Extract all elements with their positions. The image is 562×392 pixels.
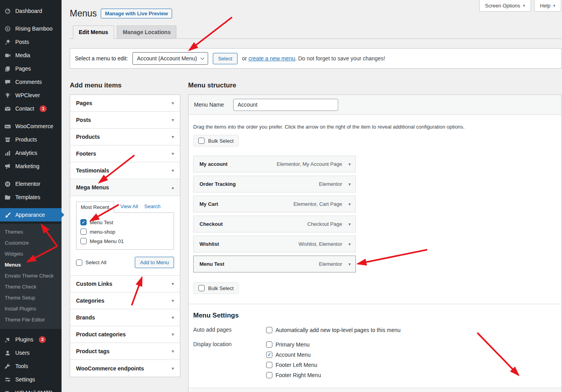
sidebar-item-contact[interactable]: Contact 1	[0, 102, 62, 115]
tab-most-recent[interactable]: Most Recent	[76, 201, 114, 213]
help-button[interactable]: Help ▾	[534, 0, 561, 12]
expand-item-arrow[interactable]: ▾	[348, 181, 351, 187]
checkbox-menu-shop[interactable]	[80, 229, 87, 235]
accordion-section-testimonials[interactable]: Testimonials ▾	[70, 162, 180, 179]
location-footer-right-menu[interactable]: Footer Right Menu	[266, 371, 321, 379]
bulk-select-checkbox-bottom[interactable]	[198, 285, 205, 291]
expand-item-arrow[interactable]: ▾	[348, 201, 351, 207]
auto-add-pages-checkbox[interactable]	[266, 327, 272, 333]
sidebar-item-appearance[interactable]: Appearance	[0, 208, 62, 221]
checkbox-menu-test[interactable]	[80, 219, 87, 225]
sidebar-item-settings[interactable]: Settings	[0, 373, 62, 386]
screen-options-button[interactable]: Screen Options ▾	[479, 0, 531, 12]
menu-item-my-cart[interactable]: My Cart Elementor, Cart Page ▾	[193, 196, 356, 212]
accordion-section-product-categories[interactable]: Product categories ▾	[70, 326, 180, 343]
add-to-menu-button[interactable]: Add to Menu	[135, 257, 174, 268]
list-item-mega-menu-01[interactable]: Mega Menu 01	[80, 236, 170, 246]
menu-name-input[interactable]	[233, 99, 338, 111]
bulk-select-checkbox[interactable]	[198, 138, 205, 144]
accordion-section-custom-links[interactable]: Custom Links ▾	[70, 276, 180, 292]
select-button[interactable]: Select	[213, 53, 237, 64]
location-account-menu[interactable]: Account Menu	[266, 351, 321, 359]
expand-item-arrow[interactable]: ▾	[348, 241, 351, 247]
list-item-menu-test[interactable]: Menu Test	[80, 218, 170, 227]
expand-item-arrow[interactable]: ▾	[348, 261, 351, 267]
accordion-section-posts[interactable]: Posts ▾	[70, 112, 180, 129]
sidebar-item-dashboard[interactable]: Dashboard	[0, 4, 62, 18]
menu-item-my-account[interactable]: My account Elementor, My Account Page ▾	[193, 156, 356, 172]
save-hint-text: . Do not forget to save your changes!	[295, 55, 385, 62]
bulk-select-control-bottom[interactable]: Bulk Select	[193, 282, 239, 294]
menu-item-wishlist[interactable]: Wishlist Wishlist, Elementor ▾	[193, 236, 356, 252]
checkbox-select-all[interactable]	[76, 260, 82, 266]
sidebar-item-label: Tools	[15, 363, 28, 369]
sidebar-item-menus[interactable]: Menus	[0, 260, 62, 270]
option-label: Footer Left Menu	[276, 362, 317, 368]
sidebar-item-posts[interactable]: Posts	[0, 35, 62, 49]
page-title: Menus	[70, 8, 97, 19]
list-item-menu-shop[interactable]: menu-shop	[80, 227, 170, 236]
accordion-section-footers[interactable]: Footers ▾	[70, 145, 180, 162]
tab-manage-locations[interactable]: Manage Locations	[117, 25, 176, 38]
accordion-section-categories[interactable]: Categories ▾	[70, 292, 180, 309]
sidebar-item-customize[interactable]: Customize	[0, 238, 62, 249]
menu-select-dropdown[interactable]: Account (Account Menu)	[132, 52, 208, 65]
sidebar-item-wpclever[interactable]: WPClever	[0, 89, 62, 102]
sidebar-item-rising-bamboo[interactable]: b Rising Bamboo	[0, 22, 62, 35]
sidebar-item-elementor[interactable]: Elementor	[0, 177, 62, 191]
tab-search[interactable]: Search	[144, 203, 160, 212]
sidebar-item-tools[interactable]: Tools	[0, 359, 62, 373]
menu-item-type: Elementor	[319, 261, 342, 267]
section-label: Pages	[76, 100, 92, 106]
accordion-section-products[interactable]: Products ▾	[70, 129, 180, 145]
menu-item-checkout[interactable]: Checkout Checkout Page ▾	[193, 216, 356, 232]
sidebar-item-comments[interactable]: Comments	[0, 75, 62, 89]
bulk-select-control[interactable]: Bulk Select	[193, 135, 239, 147]
sidebar-item-theme-file-editor[interactable]: Theme File Editor	[0, 314, 62, 325]
sidebar-item-label: Products	[15, 136, 37, 143]
account-menu-checkbox[interactable]	[266, 352, 272, 358]
live-preview-button[interactable]: Manage with Live Preview	[101, 9, 172, 18]
sidebar-item-plugins[interactable]: Plugins 3	[0, 333, 62, 346]
location-footer-left-menu[interactable]: Footer Left Menu	[266, 361, 321, 369]
sidebar-item-marketing[interactable]: Marketing	[0, 160, 62, 173]
section-label: Custom Links	[76, 281, 112, 287]
auto-add-pages-option[interactable]: Automatically add new top-level pages to…	[266, 326, 401, 334]
primary-menu-checkbox[interactable]	[266, 341, 272, 348]
checkbox-mega-menu-01[interactable]	[80, 238, 87, 244]
sidebar-item-install-plugins[interactable]: Install Plugins	[0, 303, 62, 314]
create-new-menu-link[interactable]: create a new menu	[248, 55, 295, 62]
sidebar-item-theme-check[interactable]: Theme Check	[0, 281, 62, 292]
footer-left-menu-checkbox[interactable]	[266, 362, 272, 368]
sidebar-item-users[interactable]: Users	[0, 346, 62, 359]
expand-item-arrow[interactable]: ▾	[348, 221, 351, 227]
sidebar-item-woocommerce[interactable]: Woo WooCommerce	[0, 120, 62, 133]
sidebar-item-theme-setup[interactable]: Theme Setup	[0, 292, 62, 303]
menu-item-menu-test[interactable]: Menu Test Elementor ▾	[193, 256, 356, 272]
location-primary-menu[interactable]: Primary Menu	[266, 341, 321, 348]
tab-view-all[interactable]: View All	[120, 203, 138, 212]
sidebar-item-widgets[interactable]: Widgets	[0, 249, 62, 260]
sidebar-item-wp-mail-smtp[interactable]: WP Mail SMTP	[0, 386, 62, 392]
tab-edit-menus[interactable]: Edit Menus	[73, 25, 114, 39]
accordion-section-woocommerce-endpoints[interactable]: WooCommerce endpoints ▾	[70, 360, 180, 377]
accordion-section-brands[interactable]: Brands ▾	[70, 309, 180, 326]
select-all-control[interactable]: Select All	[76, 258, 106, 267]
woocommerce-icon: Woo	[4, 122, 11, 130]
help-label: Help	[540, 3, 551, 9]
accordion-section-product-tags[interactable]: Product tags ▾	[70, 343, 180, 360]
sidebar-item-envato-theme-check[interactable]: Envato Theme Check	[0, 270, 62, 281]
sidebar-item-templates[interactable]: Templates	[0, 191, 62, 204]
section-label: Product tags	[76, 348, 110, 354]
footer-right-menu-checkbox[interactable]	[266, 372, 272, 378]
megaphone-icon	[4, 162, 11, 170]
expand-item-arrow[interactable]: ▾	[348, 162, 351, 167]
menu-item-order-tracking[interactable]: Order Tracking Elementor ▾	[193, 176, 356, 192]
accordion-section-mega-menus[interactable]: Mega Menus ▴	[70, 179, 180, 196]
accordion-section-pages[interactable]: Pages ▾	[70, 95, 180, 112]
sidebar-item-pages[interactable]: Pages	[0, 62, 62, 75]
sidebar-item-media[interactable]: Media	[0, 49, 62, 62]
sidebar-item-products[interactable]: Products	[0, 133, 62, 146]
sidebar-item-analytics[interactable]: Analytics	[0, 146, 62, 160]
sidebar-item-themes[interactable]: Themes	[0, 227, 62, 238]
